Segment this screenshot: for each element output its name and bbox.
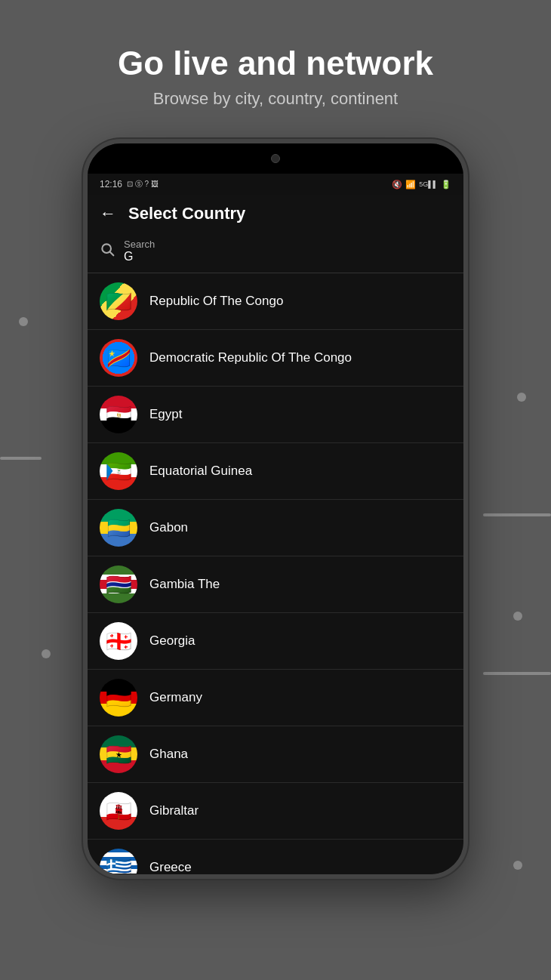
flag-emoji: 🇬🇷 [106, 855, 132, 874]
flag-gambia: 🇬🇲 [100, 566, 137, 603]
country-name: Gabon [149, 520, 188, 535]
wifi-icon: 📶 [405, 180, 416, 190]
search-icon [100, 242, 115, 260]
country-name: Georgia [149, 633, 195, 649]
country-name: Ghana [149, 747, 188, 762]
flag-greece: 🇬🇷 [100, 849, 137, 874]
flag-eq-guinea: 🇬🇶 [100, 452, 137, 490]
country-name: Egypt [149, 407, 182, 422]
list-item[interactable]: 🇬🇭 Ghana [88, 726, 463, 783]
header-subtitle: Browse by city, country, continent [0, 89, 551, 109]
country-list: 🇨🇬 Republic Of The Congo 🇨🇩 Democratic R… [88, 273, 463, 874]
status-bar: 12:16 ⊡ ⓢ ? 🖼 🔇 📶 5G▌▌ 🔋 [88, 174, 463, 195]
list-item[interactable]: 🇩🇪 Germany [88, 670, 463, 726]
list-item[interactable]: 🇬🇪 Georgia [88, 613, 463, 670]
screen: ← Select Country Search G [88, 195, 463, 874]
flag-emoji: 🇨🇬 [106, 289, 132, 314]
flag-congo-rep: 🇨🇬 [100, 282, 137, 320]
flag-congo-dem: 🇨🇩 [100, 339, 137, 377]
back-button[interactable]: ← [100, 204, 116, 223]
flag-georgia: 🇬🇪 [100, 622, 137, 660]
phone-container: 12:16 ⊡ ⓢ ? 🖼 🔇 📶 5G▌▌ 🔋 ← Select Countr… [0, 139, 551, 879]
flag-egypt: 🇪🇬 [100, 396, 137, 433]
flag-emoji: 🇬🇦 [106, 516, 132, 541]
list-item[interactable]: 🇬🇷 Greece [88, 840, 463, 874]
flag-emoji: 🇬🇶 [106, 459, 132, 484]
phone-mockup: 12:16 ⊡ ⓢ ? 🖼 🔇 📶 5G▌▌ 🔋 ← Select Countr… [83, 139, 468, 879]
search-bar[interactable]: Search G [88, 233, 463, 273]
header-area: Go live and network Browse by city, coun… [0, 0, 551, 131]
flag-emoji: 🇬🇪 [106, 629, 132, 654]
country-name: Gambia The [149, 577, 220, 592]
status-icons: ⊡ ⓢ ? 🖼 [127, 179, 159, 190]
country-name: Equatorial Guinea [149, 464, 252, 479]
list-item[interactable]: 🇬🇦 Gabon [88, 500, 463, 556]
list-item[interactable]: 🇨🇬 Republic Of The Congo [88, 273, 463, 330]
status-time: 12:16 [100, 179, 122, 190]
list-item[interactable]: 🇨🇩 Democratic Republic Of The Congo [88, 330, 463, 387]
header-title: Go live and network [0, 45, 551, 82]
search-content: Search G [124, 239, 155, 263]
country-name: Germany [149, 690, 202, 705]
country-name: Gibraltar [149, 803, 199, 818]
phone-camera [271, 154, 280, 163]
flag-emoji: 🇬🇲 [106, 572, 132, 597]
flag-emoji: 🇬🇭 [106, 742, 132, 767]
battery-icon: 🔋 [441, 180, 451, 190]
phone-notch [88, 143, 463, 174]
country-name: Democratic Republic Of The Congo [149, 350, 352, 365]
flag-germany: 🇩🇪 [100, 679, 137, 717]
svg-line-1 [110, 252, 114, 256]
country-name: Republic Of The Congo [149, 294, 283, 309]
flag-emoji: 🇩🇪 [106, 686, 132, 710]
flag-gibraltar: 🇬🇮 [100, 792, 137, 830]
status-left: 12:16 ⊡ ⓢ ? 🖼 [100, 179, 159, 190]
flag-ghana: 🇬🇭 [100, 735, 137, 773]
list-item[interactable]: 🇪🇬 Egypt [88, 387, 463, 443]
mute-icon: 🔇 [392, 180, 402, 190]
flag-gabon: 🇬🇦 [100, 509, 137, 547]
signal-icon: 5G▌▌ [419, 180, 438, 188]
list-item[interactable]: 🇬🇶 Equatorial Guinea [88, 443, 463, 500]
flag-emoji: 🇪🇬 [106, 402, 132, 427]
search-value: G [124, 250, 155, 263]
flag-emoji: 🇬🇮 [106, 799, 132, 824]
flag-emoji: 🇨🇩 [106, 346, 132, 371]
search-label: Search [124, 239, 155, 250]
list-item[interactable]: 🇬🇮 Gibraltar [88, 783, 463, 840]
status-right: 🔇 📶 5G▌▌ 🔋 [392, 180, 451, 190]
country-name: Greece [149, 860, 192, 874]
screen-title: Select Country [128, 204, 245, 223]
top-bar: ← Select Country [88, 195, 463, 233]
list-item[interactable]: 🇬🇲 Gambia The [88, 556, 463, 613]
